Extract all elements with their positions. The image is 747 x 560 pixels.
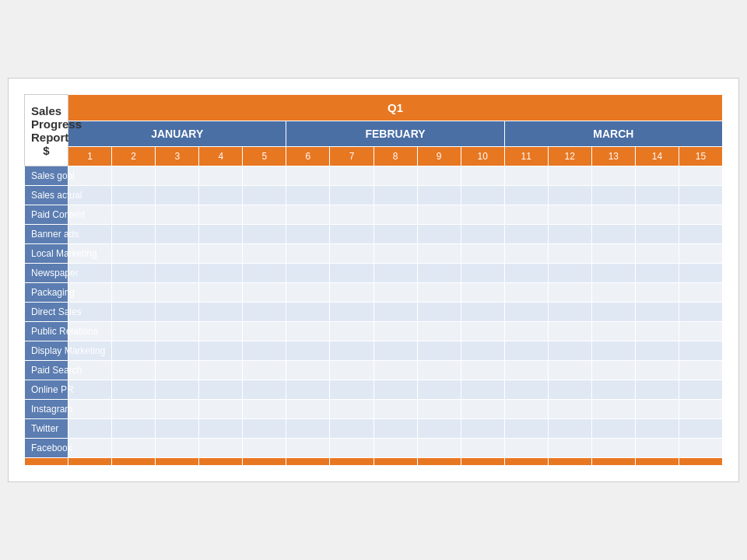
data-cell[interactable]	[199, 380, 243, 400]
data-cell[interactable]	[591, 322, 635, 341]
data-cell[interactable]	[330, 283, 374, 303]
data-cell[interactable]	[635, 380, 679, 400]
data-cell[interactable]	[374, 400, 417, 419]
data-cell[interactable]	[199, 361, 243, 380]
data-cell[interactable]	[591, 225, 635, 244]
data-cell[interactable]	[330, 380, 374, 400]
data-cell[interactable]	[112, 264, 156, 283]
data-cell[interactable]	[461, 380, 504, 400]
data-cell[interactable]	[112, 380, 156, 400]
data-cell[interactable]	[330, 419, 374, 439]
data-cell[interactable]	[635, 166, 679, 186]
data-cell[interactable]	[374, 186, 417, 205]
data-cell[interactable]	[199, 264, 243, 283]
data-cell[interactable]	[679, 380, 722, 400]
data-cell[interactable]	[417, 186, 461, 205]
data-cell[interactable]	[199, 419, 243, 439]
data-cell[interactable]	[156, 244, 199, 264]
data-cell[interactable]	[243, 225, 286, 244]
data-cell[interactable]	[548, 225, 591, 244]
data-cell[interactable]	[679, 244, 722, 264]
data-cell[interactable]	[156, 380, 199, 400]
data-cell[interactable]	[461, 341, 504, 361]
data-cell[interactable]	[199, 341, 243, 361]
data-cell[interactable]	[156, 283, 199, 303]
data-cell[interactable]	[156, 361, 199, 380]
data-cell[interactable]	[156, 419, 199, 439]
data-cell[interactable]	[243, 322, 286, 341]
data-cell[interactable]	[156, 205, 199, 225]
data-cell[interactable]	[156, 166, 199, 186]
data-cell[interactable]	[286, 244, 330, 264]
data-cell[interactable]	[243, 303, 286, 322]
data-cell[interactable]	[635, 341, 679, 361]
data-cell[interactable]	[112, 244, 156, 264]
data-cell[interactable]	[548, 186, 591, 205]
data-cell[interactable]	[635, 419, 679, 439]
data-cell[interactable]	[635, 186, 679, 205]
data-cell[interactable]	[635, 303, 679, 322]
data-cell[interactable]	[679, 303, 722, 322]
data-cell[interactable]	[504, 264, 548, 283]
data-cell[interactable]	[156, 400, 199, 419]
data-cell[interactable]	[286, 439, 330, 458]
data-cell[interactable]	[374, 303, 417, 322]
data-cell[interactable]	[199, 205, 243, 225]
data-cell[interactable]	[591, 283, 635, 303]
data-cell[interactable]	[635, 244, 679, 264]
data-cell[interactable]	[417, 264, 461, 283]
data-cell[interactable]	[504, 419, 548, 439]
data-cell[interactable]	[591, 303, 635, 322]
data-cell[interactable]	[635, 400, 679, 419]
data-cell[interactable]	[461, 400, 504, 419]
data-cell[interactable]	[635, 205, 679, 225]
data-cell[interactable]	[286, 361, 330, 380]
data-cell[interactable]	[156, 341, 199, 361]
data-cell[interactable]	[679, 439, 722, 458]
data-cell[interactable]	[679, 419, 722, 439]
data-cell[interactable]	[68, 419, 112, 439]
data-cell[interactable]	[330, 166, 374, 186]
data-cell[interactable]	[417, 400, 461, 419]
data-cell[interactable]	[548, 205, 591, 225]
data-cell[interactable]	[374, 283, 417, 303]
data-cell[interactable]	[548, 244, 591, 264]
data-cell[interactable]	[417, 225, 461, 244]
data-cell[interactable]	[417, 361, 461, 380]
data-cell[interactable]	[548, 264, 591, 283]
data-cell[interactable]	[286, 400, 330, 419]
data-cell[interactable]	[286, 205, 330, 225]
data-cell[interactable]	[243, 439, 286, 458]
data-cell[interactable]	[548, 166, 591, 186]
data-cell[interactable]	[286, 380, 330, 400]
data-cell[interactable]	[68, 400, 112, 419]
data-cell[interactable]	[679, 322, 722, 341]
data-cell[interactable]	[548, 380, 591, 400]
data-cell[interactable]	[504, 303, 548, 322]
data-cell[interactable]	[243, 264, 286, 283]
data-cell[interactable]	[199, 186, 243, 205]
data-cell[interactable]	[286, 303, 330, 322]
data-cell[interactable]	[679, 225, 722, 244]
data-cell[interactable]	[548, 303, 591, 322]
data-cell[interactable]	[504, 225, 548, 244]
data-cell[interactable]	[243, 205, 286, 225]
data-cell[interactable]	[374, 419, 417, 439]
data-cell[interactable]	[330, 303, 374, 322]
data-cell[interactable]	[417, 166, 461, 186]
data-cell[interactable]	[330, 341, 374, 361]
data-cell[interactable]	[635, 322, 679, 341]
data-cell[interactable]	[417, 303, 461, 322]
data-cell[interactable]	[374, 205, 417, 225]
data-cell[interactable]	[591, 264, 635, 283]
data-cell[interactable]	[199, 303, 243, 322]
data-cell[interactable]	[417, 283, 461, 303]
data-cell[interactable]	[199, 322, 243, 341]
data-cell[interactable]	[243, 186, 286, 205]
data-cell[interactable]	[374, 322, 417, 341]
data-cell[interactable]	[286, 166, 330, 186]
data-cell[interactable]	[286, 283, 330, 303]
data-cell[interactable]	[156, 225, 199, 244]
data-cell[interactable]	[679, 205, 722, 225]
data-cell[interactable]	[548, 283, 591, 303]
